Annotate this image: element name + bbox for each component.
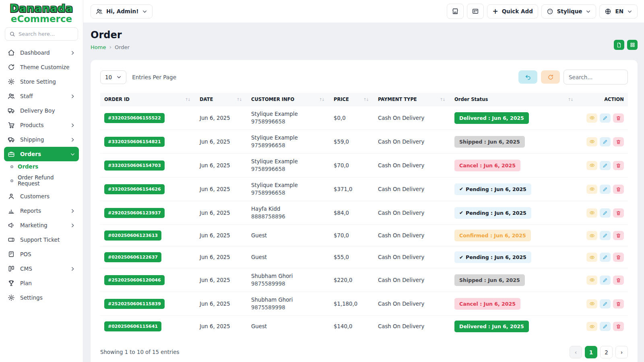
sidebar-item-products[interactable]: Products <box>4 118 79 132</box>
order-id-badge[interactable]: #2520250606115839 <box>104 299 165 309</box>
sidebar-subitem-orders[interactable]: Orders <box>4 161 79 172</box>
order-price: $371,0 <box>330 177 374 201</box>
page-content: Order Home › Order <box>83 23 644 362</box>
delete-order-button[interactable] <box>613 276 624 285</box>
delete-order-button[interactable] <box>613 299 624 309</box>
brand-logo[interactable]: Dananada eCommerce <box>0 0 83 24</box>
order-id-badge[interactable]: #020250606123613 <box>104 230 161 241</box>
sidebar-search[interactable] <box>5 27 78 41</box>
view-order-button[interactable] <box>586 208 597 218</box>
sidebar-item-pos[interactable]: POS <box>4 247 79 261</box>
header-date[interactable]: DATE↑↓ <box>196 93 247 106</box>
customer-name: Stylique Example <box>251 158 326 165</box>
sidebar-item-store-setting[interactable]: Store Setting <box>4 74 79 89</box>
header-customer-info[interactable]: CUSTOMER INFO↑↓ <box>247 93 330 106</box>
app-window: Dananada eCommerce Dashboard Theme Custo… <box>0 0 644 362</box>
trash-icon <box>616 163 621 168</box>
sidebar-item-staff[interactable]: Staff <box>4 89 79 103</box>
order-id-badge[interactable]: #020250606122637 <box>104 252 161 262</box>
edit-order-button[interactable] <box>600 231 611 240</box>
order-date: Jun 6, 2025 <box>196 316 247 337</box>
view-order-button[interactable] <box>586 253 597 262</box>
refresh-button[interactable] <box>541 70 560 84</box>
prev-page-button[interactable]: ‹ <box>570 346 582 358</box>
edit-order-button[interactable] <box>600 322 611 331</box>
breadcrumb-home-link[interactable]: Home <box>91 44 106 50</box>
page-1-button[interactable]: 1 <box>585 346 597 358</box>
export-button[interactable] <box>614 40 624 50</box>
view-order-button[interactable] <box>586 299 597 309</box>
order-price: $140,0 <box>330 316 374 337</box>
order-id-badge[interactable]: #3320250606154821 <box>104 137 165 147</box>
delete-order-button[interactable] <box>613 208 624 218</box>
edit-order-button[interactable] <box>600 299 611 309</box>
delete-order-button[interactable] <box>613 322 624 331</box>
undo-button[interactable] <box>518 70 537 84</box>
edit-order-button[interactable] <box>600 276 611 285</box>
delete-order-button[interactable] <box>613 161 624 170</box>
palette-icon <box>547 8 553 15</box>
sidebar-item-label: Shipping <box>20 136 65 143</box>
sidebar-item-plan[interactable]: Plan <box>4 276 79 290</box>
eye-icon <box>589 186 595 192</box>
next-page-button[interactable]: › <box>615 346 628 358</box>
sidebar-item-dashboard[interactable]: Dashboard <box>4 45 79 60</box>
theme-select-button[interactable]: Stylique <box>541 4 597 19</box>
view-order-button[interactable] <box>586 276 597 285</box>
order-id-badge[interactable]: #2520250606120046 <box>104 275 165 285</box>
view-order-button[interactable] <box>586 161 597 170</box>
header-order-status[interactable]: Order Status↑↓ <box>450 93 578 106</box>
order-id-badge[interactable]: #3320250606154703 <box>104 160 165 171</box>
sidebar-search-input[interactable] <box>19 31 74 37</box>
edit-order-button[interactable] <box>600 185 611 194</box>
order-id-badge[interactable]: #3320250606154626 <box>104 184 165 194</box>
page-2-button[interactable]: 2 <box>600 346 613 358</box>
header-price[interactable]: PRICE↑↓ <box>330 93 374 106</box>
sidebar-item-shipping[interactable]: Shipping <box>4 132 79 147</box>
pencil-icon <box>603 187 608 192</box>
entries-per-page-select[interactable]: 10 <box>100 70 126 84</box>
order-id-badge[interactable]: #020250606115641 <box>104 321 161 331</box>
sidebar-subitem-order-refund-request[interactable]: Order Refund Request <box>4 172 79 189</box>
delete-order-button[interactable] <box>613 185 624 194</box>
storefront-button[interactable] <box>447 4 464 19</box>
table-search[interactable] <box>564 70 628 84</box>
sidebar-item-cms[interactable]: CMS <box>4 261 79 276</box>
table-search-input[interactable] <box>569 74 623 80</box>
delete-order-button[interactable] <box>613 231 624 240</box>
grid-view-button[interactable] <box>627 40 638 50</box>
view-order-button[interactable] <box>586 231 597 240</box>
order-id-badge[interactable]: #2920250606123937 <box>104 208 165 218</box>
check-icon: ✔ <box>459 186 463 192</box>
view-order-button[interactable] <box>586 322 597 331</box>
quick-add-button[interactable]: + Quick Add <box>487 4 538 19</box>
edit-order-button[interactable] <box>600 161 611 170</box>
sidebar-item-orders[interactable]: Orders <box>4 147 79 161</box>
sidebar-item-marketing[interactable]: Marketing <box>4 218 79 232</box>
delete-order-button[interactable] <box>613 253 624 262</box>
edit-order-button[interactable] <box>600 113 611 123</box>
edit-order-button[interactable] <box>600 137 611 146</box>
sidebar-item-delivery-boy[interactable]: Delivery Boy <box>4 103 79 118</box>
view-order-button[interactable] <box>586 137 597 146</box>
view-order-button[interactable] <box>586 185 597 194</box>
sidebar-item-settings[interactable]: Settings <box>4 290 79 305</box>
language-select-button[interactable]: EN <box>599 4 638 19</box>
sidebar-item-support-ticket[interactable]: Support Ticket <box>4 232 79 247</box>
sidebar-item-theme-customize[interactable]: Theme Customize <box>4 60 79 74</box>
gear-icon <box>8 294 15 301</box>
sidebar-item-reports[interactable]: Reports <box>4 204 79 218</box>
status-badge: ✔Pending : Jun 6, 2025 <box>454 207 531 219</box>
delete-order-button[interactable] <box>613 113 624 123</box>
card-button[interactable] <box>467 4 484 19</box>
header-order-id[interactable]: ORDER ID↑↓ <box>100 93 196 106</box>
edit-order-button[interactable] <box>600 208 611 218</box>
sidebar-item-customers[interactable]: Customers <box>4 189 79 204</box>
admin-menu-button[interactable]: Hi, Admin! <box>91 4 153 19</box>
edit-order-button[interactable] <box>600 253 611 262</box>
order-id-badge[interactable]: #3320250606155522 <box>104 113 165 123</box>
header-payment-type[interactable]: PAYMENT TYPE↑↓ <box>374 93 450 106</box>
delete-order-button[interactable] <box>613 137 624 146</box>
breadcrumb-current: Order <box>115 44 130 50</box>
view-order-button[interactable] <box>586 113 597 123</box>
